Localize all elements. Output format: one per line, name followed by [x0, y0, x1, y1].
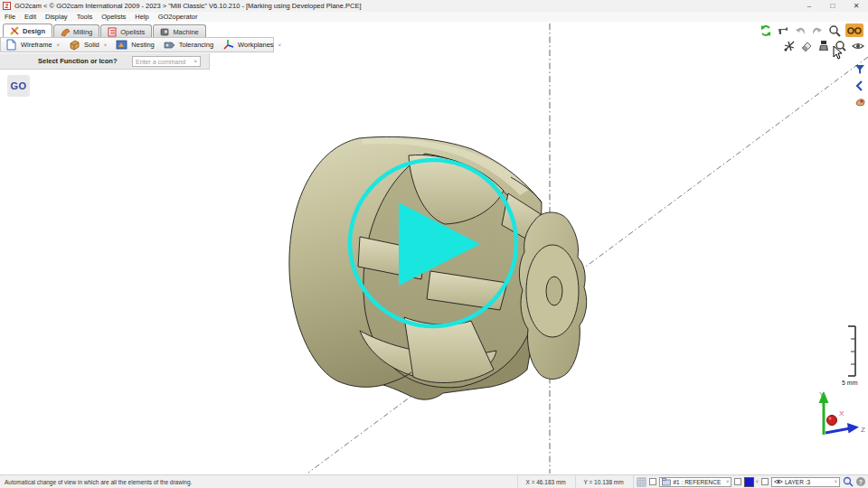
mouse-cursor	[833, 45, 844, 60]
tab-design[interactable]: Design	[3, 23, 52, 38]
wireframe-button[interactable]: Wireframe ˅	[1, 38, 64, 52]
selection-tool-button[interactable]	[777, 24, 789, 37]
reference-value: #1 : REFERENCE	[673, 479, 721, 485]
side-panel-controls	[854, 63, 866, 108]
part-model[interactable]	[289, 136, 587, 399]
wireframe-dropdown-caret[interactable]: ˅	[57, 42, 61, 48]
solid-label: Solid	[84, 41, 99, 49]
tab-machine[interactable]: Machine	[153, 24, 205, 38]
selection-tool-icon	[777, 24, 789, 37]
reference-checkbox[interactable]	[649, 478, 656, 485]
command-prompt-label: Select Function or Icon?	[38, 57, 118, 65]
workplanes-button[interactable]: Workplanes ˅	[218, 38, 286, 52]
menu-go2operator[interactable]: GO2operator	[154, 13, 203, 21]
command-input[interactable]: Enter a command ˅	[132, 56, 201, 67]
toolpath-display-button[interactable]	[783, 40, 796, 52]
menu-opelists[interactable]: Opelists	[97, 13, 130, 21]
y-coordinate-readout: Y = 10.138 mm	[575, 475, 633, 488]
undo-icon	[794, 24, 807, 37]
status-message: Automatical change of view in which are …	[0, 479, 517, 485]
drawing-viewport[interactable]	[0, 22, 868, 474]
flange-center-hole	[546, 277, 562, 305]
x-axis-label: X	[839, 409, 844, 418]
command-dropdown-caret[interactable]: ˅	[193, 59, 197, 64]
regenerate-button[interactable]	[760, 24, 772, 37]
scale-label: 5 mm	[842, 380, 858, 386]
layer-value: LAYER :3	[785, 479, 810, 485]
toolpath-icon	[783, 40, 796, 52]
design-toolbar: Wireframe ˅ Solid ˅ Nesting Tolerancing	[0, 37, 274, 52]
reference-selector[interactable]: #1 : REFERENCE ˅	[659, 477, 731, 487]
magnifier-icon	[828, 24, 841, 37]
glasses-icon	[847, 26, 862, 35]
layer-selector[interactable]: LAYER :3 ˅	[771, 477, 840, 487]
command-placeholder: Enter a command	[136, 59, 185, 65]
clean-screen-button[interactable]	[817, 40, 830, 52]
menu-tools[interactable]: Tools	[72, 13, 98, 21]
tab-opelists[interactable]: Opelists	[100, 24, 152, 38]
workplanes-dropdown-caret[interactable]: ˅	[278, 42, 282, 48]
grid-icon[interactable]	[637, 477, 646, 487]
collapse-panel-button[interactable]	[854, 80, 866, 92]
help-button[interactable]: ?	[856, 477, 865, 486]
scale-ruler: 5 mm	[839, 324, 863, 389]
nesting-button[interactable]: Nesting	[111, 38, 158, 52]
erase-button[interactable]	[800, 40, 813, 52]
refresh-icon	[760, 24, 772, 37]
menu-file[interactable]: File	[0, 13, 20, 21]
current-color-swatch	[744, 477, 754, 487]
tolerancing-label: Tolerancing	[179, 41, 213, 49]
filter-button[interactable]	[854, 63, 866, 76]
display-tools-row	[783, 40, 864, 52]
workplanes-label: Workplanes	[238, 41, 273, 49]
color-picker[interactable]: ˅	[744, 477, 759, 487]
workplanes-icon	[222, 39, 234, 51]
undo-button[interactable]	[794, 24, 807, 37]
redo-button[interactable]	[811, 24, 824, 37]
view-tools-row	[760, 23, 863, 37]
machine-icon	[160, 27, 170, 37]
chevron-left-icon	[854, 80, 865, 91]
pan-hand-button[interactable]	[854, 96, 866, 108]
tolerancing-button[interactable]: Tolerancing	[159, 38, 218, 52]
color-checkbox[interactable]	[734, 478, 741, 485]
close-button[interactable]: ✕	[844, 0, 868, 12]
view-glasses-button[interactable]	[845, 23, 863, 37]
status-bar-controls: #1 : REFERENCE ˅ ˅ LAYER :3 ˅ ?	[633, 475, 868, 488]
window-controls: – □ ✕	[797, 0, 868, 12]
wireframe-label: Wireframe	[21, 41, 52, 49]
layer-checkbox[interactable]	[761, 478, 769, 485]
zoom-layer-icon[interactable]	[843, 476, 854, 487]
menu-edit[interactable]: Edit	[20, 13, 41, 21]
tab-design-label: Design	[23, 27, 45, 35]
design-icon	[10, 26, 20, 36]
color-caret[interactable]: ˅	[755, 479, 759, 484]
zoom-button[interactable]	[828, 24, 841, 37]
command-bar: Select Function or Icon? Enter a command…	[0, 53, 210, 70]
tab-milling-label: Milling	[73, 28, 92, 36]
x-coordinate-readout: X = 46.183 mm	[517, 475, 575, 488]
minimize-button[interactable]: –	[797, 0, 821, 12]
maximize-button[interactable]: □	[821, 0, 844, 12]
broom-icon	[817, 40, 830, 52]
solid-dropdown-caret[interactable]: ˅	[104, 42, 108, 48]
z-axis-arrow	[847, 423, 859, 434]
cad-scene	[0, 22, 868, 488]
status-bar: Automatical change of view in which are …	[0, 474, 868, 488]
layer-caret[interactable]: ˅	[834, 479, 837, 484]
x-axis-sphere	[827, 416, 837, 426]
menu-display[interactable]: Display	[41, 13, 72, 21]
opelists-icon	[108, 27, 118, 37]
y-axis-label: Y	[819, 390, 825, 399]
reference-caret[interactable]: ˅	[726, 479, 730, 484]
title-bar: 2 GO2cam < © GO2cam International 2009 -…	[0, 0, 868, 12]
z-axis-label: Z	[861, 426, 865, 434]
go2cam-logo-button[interactable]: GO	[7, 75, 30, 97]
layer-eye-icon	[774, 478, 783, 485]
visibility-button[interactable]	[852, 40, 864, 52]
menu-help[interactable]: Help	[130, 13, 153, 21]
tab-milling[interactable]: Milling	[53, 24, 99, 38]
nesting-label: Nesting	[131, 41, 154, 49]
reference-icon	[662, 478, 671, 486]
solid-button[interactable]: Solid ˅	[64, 38, 111, 52]
